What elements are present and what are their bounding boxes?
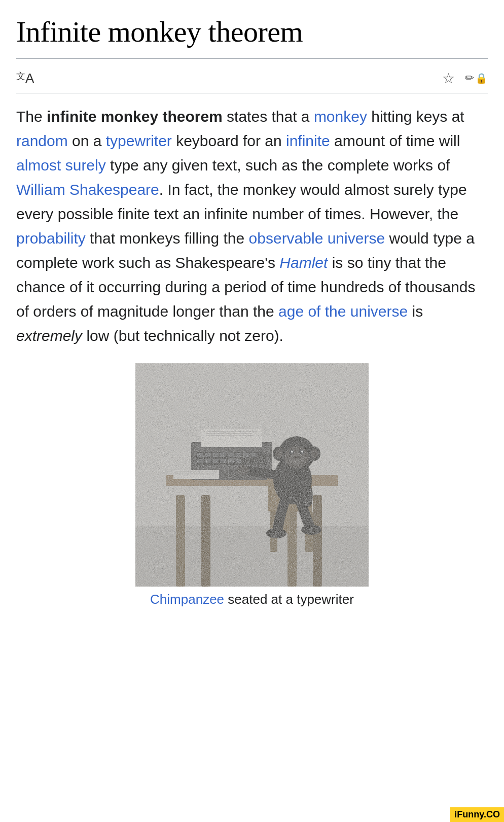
title-divider bbox=[16, 58, 488, 59]
intro-paragraph: The infinite monkey theorem states that … bbox=[16, 105, 488, 348]
link-william-shakespeare[interactable]: William Shakespeare bbox=[16, 181, 159, 198]
link-observable-universe[interactable]: observable universe bbox=[249, 230, 385, 247]
chimpanzee-image bbox=[135, 363, 369, 587]
link-random[interactable]: random bbox=[16, 132, 68, 149]
svg-rect-53 bbox=[135, 363, 369, 587]
edit-lock-icon[interactable]: ✏🔒 bbox=[465, 72, 488, 85]
bold-theorem-name: infinite monkey theorem bbox=[47, 108, 223, 125]
link-monkey[interactable]: monkey bbox=[314, 108, 367, 125]
toolbar: 文A ☆ ✏🔒 bbox=[16, 66, 488, 91]
link-infinite[interactable]: infinite bbox=[286, 132, 330, 149]
link-age-of-universe[interactable]: age of the universe bbox=[278, 303, 408, 320]
link-probability[interactable]: probability bbox=[16, 230, 86, 247]
image-caption: Chimpanzee seated at a typewriter bbox=[150, 592, 354, 607]
toolbar-right: ☆ ✏🔒 bbox=[442, 70, 488, 87]
translate-icon[interactable]: 文A bbox=[16, 71, 34, 86]
article-body: The infinite monkey theorem states that … bbox=[16, 105, 488, 348]
chimpanzee-svg bbox=[135, 363, 369, 587]
article-image-container: Chimpanzee seated at a typewriter bbox=[135, 363, 369, 607]
link-almost-surely[interactable]: almost surely bbox=[16, 157, 106, 174]
ifunny-watermark: iFunny.CO bbox=[450, 807, 504, 822]
link-hamlet[interactable]: Hamlet bbox=[279, 254, 328, 271]
link-chimpanzee-caption[interactable]: Chimpanzee bbox=[150, 592, 224, 607]
page-title: Infinite monkey theorem bbox=[16, 15, 488, 49]
link-typewriter[interactable]: typewriter bbox=[106, 132, 172, 149]
bookmark-star-icon[interactable]: ☆ bbox=[442, 70, 455, 87]
toolbar-divider bbox=[16, 93, 488, 93]
italic-extremely: extremely bbox=[16, 327, 82, 344]
toolbar-left: 文A bbox=[16, 71, 34, 86]
